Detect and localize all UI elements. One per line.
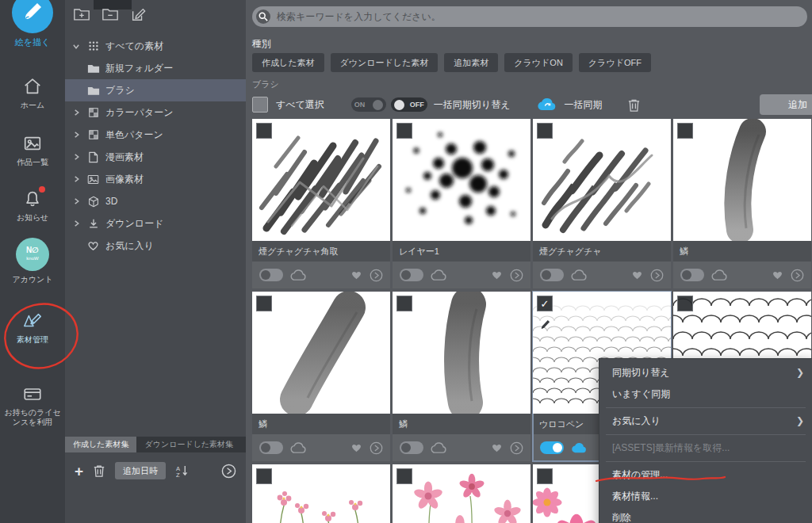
sync-toggle[interactable] [680,269,704,281]
chevron-right-icon[interactable] [71,131,81,139]
folder-icon [86,63,100,74]
favorite-icon[interactable] [491,442,503,453]
favorite-icon[interactable] [350,442,362,453]
cloud-icon[interactable] [431,442,447,454]
collection-tab[interactable]: ダウンロードした素材集 [136,437,246,452]
filter-button[interactable]: 追加素材 [444,53,498,72]
tree-item-単色パターン[interactable]: 単色パターン [65,124,246,146]
sync-toggle[interactable] [540,441,564,454]
add-button[interactable]: 追加 [760,94,812,115]
context-menu-item[interactable]: お気に入り❯ [599,410,812,432]
filter-button[interactable]: ダウンロードした素材 [331,53,439,72]
chevron-right-icon[interactable] [71,197,81,205]
favorite-icon[interactable] [350,269,362,281]
tree-item-すべての素材[interactable]: すべての素材 [65,35,246,57]
card-checkbox[interactable] [396,296,412,311]
edit-folder-icon[interactable] [130,6,146,22]
sort-az-icon[interactable]: AZ [175,464,189,478]
sidebar-item-materials[interactable]: 素材管理 [0,311,65,345]
card-checkbox[interactable] [256,296,272,311]
sidebar-item-works[interactable]: 作品一覧 [0,133,65,167]
tree-item-漫画素材[interactable]: 漫画素材 [65,146,246,168]
chevron-right-icon[interactable] [71,109,81,116]
sidebar-item-news[interactable]: お知らせ [0,189,65,223]
detail-arrow-icon[interactable] [510,441,523,455]
detail-arrow-icon[interactable] [791,269,804,282]
material-card[interactable]: 煙グチャグチャ [533,119,671,288]
chevron-right-icon[interactable] [71,153,81,161]
toggle-knob [401,443,411,452]
card-checkbox[interactable] [537,468,553,484]
tree-item-カラーパターン[interactable]: カラーパターン [65,101,246,124]
tree-item-画像素材[interactable]: 画像素材 [65,168,246,190]
material-card[interactable] [393,464,530,523]
select-all-checkbox[interactable] [252,97,268,113]
material-card[interactable]: 鱗 [393,292,530,461]
sort-by-button[interactable]: 追加日時 [115,462,166,479]
favorite-icon[interactable] [772,269,783,281]
sidebar-item-license[interactable]: お持ちのライセンスを利用 [0,384,65,427]
add-material-icon[interactable]: + [75,464,83,479]
sync-on-toggle[interactable]: ON [351,97,386,112]
card-checkbox[interactable] [256,123,272,139]
favorite-icon[interactable] [491,269,503,281]
favorite-icon[interactable] [631,269,643,281]
chevron-down-icon[interactable] [71,43,81,50]
sidebar-item-account[interactable]: N∅knoWアカウント [0,238,65,284]
card-checkbox[interactable] [537,123,553,139]
context-menu-item[interactable]: 素材の管理... [599,464,812,486]
detail-arrow-icon[interactable] [370,269,383,282]
material-card[interactable] [252,464,390,523]
collection-tab[interactable]: 作成した素材集 [65,437,136,452]
context-menu-item[interactable]: いますぐ同期 [599,384,812,405]
card-checkbox[interactable] [396,123,412,139]
card-checkbox[interactable] [677,296,693,311]
cloud-icon[interactable] [290,269,307,281]
cloud-icon[interactable] [571,442,588,454]
chevron-right-icon[interactable] [71,175,81,183]
context-menu-item[interactable]: 削除 [599,507,812,523]
sync-toggle[interactable] [540,269,564,281]
sync-toggle[interactable] [400,441,423,454]
delete-folder-icon[interactable] [102,6,119,22]
material-card[interactable]: レイヤー1 [393,119,530,288]
material-card[interactable]: 鱗 [252,292,390,461]
material-card[interactable]: 煙グチャグチャ角取 [252,119,390,288]
trash-icon[interactable] [93,464,105,478]
card-checkbox[interactable] [396,468,412,484]
tree-item-新規フォルダー[interactable]: 新規フォルダー [65,57,246,79]
bulk-sync-cloud-icon[interactable] [537,97,557,113]
cloud-icon[interactable] [571,269,588,281]
filter-button[interactable]: クラウドON [504,53,573,72]
sync-toggle[interactable] [400,269,423,281]
detail-arrow-icon[interactable] [510,269,523,282]
new-folder-icon[interactable] [73,6,90,22]
card-checkbox[interactable]: ✓ [537,296,553,311]
chevron-right-icon[interactable] [71,220,81,227]
sidebar-item-home[interactable]: ホーム [0,76,65,110]
expand-panel-icon[interactable] [221,464,236,479]
filter-button[interactable]: クラウドOFF [579,53,651,72]
tree-item-ブラシ[interactable]: ブラシ [65,79,246,101]
cloud-icon[interactable] [711,269,728,281]
tree-item-ダウンロード[interactable]: ダウンロード [65,212,246,235]
sync-toggle[interactable] [259,441,283,454]
detail-arrow-icon[interactable] [370,441,383,455]
card-checkbox[interactable] [677,123,693,139]
cloud-icon[interactable] [431,269,447,281]
filter-button[interactable]: 作成した素材 [252,53,324,72]
material-card[interactable]: 鱗 [673,119,811,288]
tree-item-3D[interactable]: 3D [65,190,246,212]
cloud-icon[interactable] [290,442,307,454]
context-menu-item[interactable]: 素材情報... [599,486,812,507]
bulk-sync-toggle-label: 一括同期切り替え [434,98,511,112]
delete-selected-icon[interactable] [627,97,641,113]
sync-toggle[interactable] [259,269,283,281]
tree-item-お気に入り[interactable]: お気に入り [65,235,246,257]
draw-button[interactable] [12,0,53,33]
context-menu-item[interactable]: 同期切り替え❯ [599,362,812,384]
search-input[interactable]: 検索キーワードを入力してください。 [252,6,807,27]
sync-off-toggle[interactable]: OFF [391,97,427,112]
card-checkbox[interactable] [256,468,272,484]
detail-arrow-icon[interactable] [650,269,664,282]
